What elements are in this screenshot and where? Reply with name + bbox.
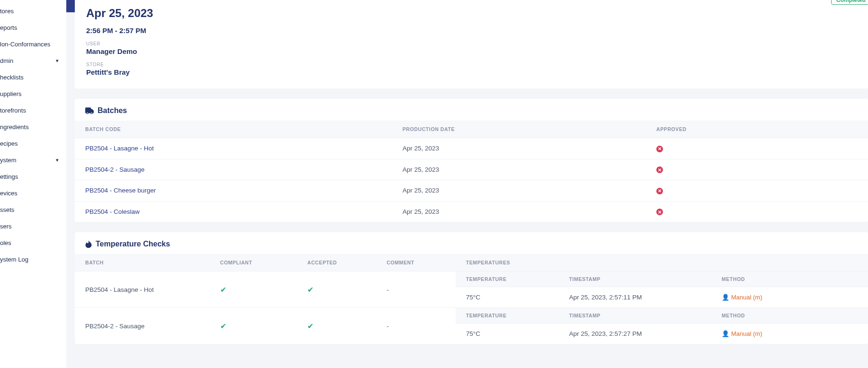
reading-timestamp: Apr 25, 2023, 2:57:27 PM — [559, 324, 711, 344]
reading-temperature: 75°C — [456, 324, 559, 344]
sidebar-item[interactable]: ecipes — [0, 135, 66, 152]
temp-compliant: ✔ — [210, 272, 297, 308]
sidebar-item[interactable]: ystem▾ — [0, 152, 66, 168]
status-badge: Completed — [831, 0, 868, 5]
sidebar-item[interactable]: ettings — [0, 168, 66, 185]
person-icon: 👤 — [722, 330, 729, 337]
sidebar-item-label: ngredients — [0, 123, 29, 131]
sidebar: toreseportslon-Conformancesdmin▾hecklist… — [0, 0, 66, 368]
truck-icon — [85, 107, 94, 114]
temp-batch: PB2504-2 - Sausage — [75, 308, 210, 344]
batches-panel-header: Batches — [75, 99, 868, 121]
sidebar-item-label: ystem — [0, 157, 17, 164]
batches-table: BATCH CODE PRODUCTION DATE APPROVED PB25… — [75, 121, 868, 222]
sidebar-item[interactable]: hecklists — [0, 69, 66, 86]
batches-panel: Batches BATCH CODE PRODUCTION DATE APPRO… — [75, 99, 868, 222]
subcol-method: METHOD — [711, 272, 868, 287]
subcol-temperature: TEMPERATURE — [456, 272, 559, 287]
sidebar-item[interactable]: ystem Log — [0, 251, 66, 268]
method-text: Manual (m) — [731, 330, 762, 337]
sidebar-item[interactable]: dmin▾ — [0, 53, 66, 69]
sidebar-item-label: uppliers — [0, 90, 22, 97]
record-time-range: 2:56 PM - 2:57 PM — [86, 26, 857, 35]
person-icon: 👤 — [722, 294, 729, 301]
reading-method: 👤Manual (m) — [711, 287, 868, 308]
sidebar-item-label: torefronts — [0, 107, 26, 114]
user-label: USER — [86, 41, 857, 46]
batch-code-link[interactable]: PB2504 - Coleslaw — [75, 201, 392, 222]
not-approved-icon: ✕ — [656, 166, 663, 173]
sidebar-item-label: ettings — [0, 173, 18, 180]
table-row: PB2504 - Lasagne - HotApr 25, 2023✕ — [75, 138, 868, 159]
reading-row: 75°CApr 25, 2023, 2:57:11 PM👤Manual (m) — [456, 287, 868, 308]
temp-batch: PB2504 - Lasagne - Hot — [75, 272, 210, 308]
batches-col-date: PRODUCTION DATE — [392, 121, 646, 138]
table-row: PB2504 - ColeslawApr 25, 2023✕ — [75, 201, 868, 222]
chevron-down-icon: ▾ — [56, 157, 59, 163]
temp-compliant: ✔ — [210, 308, 297, 344]
production-date: Apr 25, 2023 — [392, 180, 646, 202]
fire-icon — [85, 240, 92, 248]
batch-code-link[interactable]: PB2504-2 - Sausage — [75, 159, 392, 180]
table-row: PB2504 - Cheese burgerApr 25, 2023✕ — [75, 180, 868, 202]
reading-temperature: 75°C — [456, 287, 559, 308]
sidebar-item[interactable]: tores — [0, 3, 66, 19]
sidebar-item[interactable]: ssets — [0, 202, 66, 218]
record-date: Apr 25, 2023 — [86, 7, 857, 20]
temp-subtable: TEMPERATURETIMESTAMPMETHOD75°CApr 25, 20… — [456, 272, 868, 307]
temps-col-comment: COMMENT — [376, 254, 456, 272]
check-icon: ✔ — [307, 286, 313, 294]
sidebar-item-label: ssets — [0, 206, 14, 213]
approved-cell: ✕ — [646, 159, 868, 180]
approved-cell: ✕ — [646, 201, 868, 222]
user-value: Manager Demo — [86, 47, 857, 55]
store-label: STORE — [86, 62, 857, 67]
main-content: Completed Apr 25, 2023 2:56 PM - 2:57 PM… — [66, 0, 868, 368]
table-row: PB2504-2 - SausageApr 25, 2023✕ — [75, 159, 868, 180]
subcol-method: METHOD — [711, 308, 868, 324]
sidebar-item-label: tores — [0, 8, 14, 15]
sidebar-item-label: ecipes — [0, 140, 18, 147]
temps-col-compliant: COMPLIANT — [210, 254, 297, 272]
sidebar-item[interactable]: eports — [0, 19, 66, 36]
sidebar-item[interactable]: sers — [0, 218, 66, 235]
temperature-panel-header: Temperature Checks — [75, 232, 868, 254]
sidebar-item[interactable]: torefronts — [0, 102, 66, 119]
temp-readings-cell: TEMPERATURETIMESTAMPMETHOD75°CApr 25, 20… — [456, 272, 868, 308]
temps-col-temperatures: TEMPERATURES — [456, 254, 868, 272]
temp-comment: - — [376, 272, 456, 308]
record-header-card: Completed Apr 25, 2023 2:56 PM - 2:57 PM… — [75, 0, 868, 88]
temp-readings-cell: TEMPERATURETIMESTAMPMETHOD75°CApr 25, 20… — [456, 308, 868, 344]
sidebar-item[interactable]: oles — [0, 235, 66, 251]
sidebar-item[interactable]: uppliers — [0, 86, 66, 102]
check-icon: ✔ — [220, 286, 226, 294]
sidebar-item[interactable]: evices — [0, 185, 66, 202]
temperature-table: BATCH COMPLIANT ACCEPTED COMMENT TEMPERA… — [75, 254, 868, 344]
temp-comment: - — [376, 308, 456, 344]
not-approved-icon: ✕ — [656, 146, 663, 152]
check-icon: ✔ — [307, 322, 313, 330]
sidebar-item[interactable]: lon-Conformances — [0, 36, 66, 53]
temp-accepted: ✔ — [297, 272, 376, 308]
temperature-panel: Temperature Checks BATCH COMPLIANT ACCEP… — [75, 232, 868, 344]
batch-code-link[interactable]: PB2504 - Cheese burger — [75, 180, 392, 202]
reading-timestamp: Apr 25, 2023, 2:57:11 PM — [559, 287, 711, 308]
approved-cell: ✕ — [646, 138, 868, 159]
temperature-title: Temperature Checks — [96, 240, 170, 248]
subcol-timestamp: TIMESTAMP — [559, 308, 711, 324]
sidebar-item-label: sers — [0, 223, 12, 230]
batch-code-link[interactable]: PB2504 - Lasagne - Hot — [75, 138, 392, 159]
not-approved-icon: ✕ — [656, 209, 663, 215]
reading-method: 👤Manual (m) — [711, 324, 868, 344]
temp-accepted: ✔ — [297, 308, 376, 344]
sidebar-item-label: dmin — [0, 57, 13, 64]
approved-cell: ✕ — [646, 180, 868, 202]
sidebar-item-label: eports — [0, 24, 17, 31]
sidebar-item-label: lon-Conformances — [0, 41, 50, 48]
production-date: Apr 25, 2023 — [392, 138, 646, 159]
side-color-marker — [66, 0, 75, 12]
sidebar-item[interactable]: ngredients — [0, 119, 66, 135]
production-date: Apr 25, 2023 — [392, 201, 646, 222]
sidebar-item-label: evices — [0, 190, 18, 197]
batches-col-code: BATCH CODE — [75, 121, 392, 138]
